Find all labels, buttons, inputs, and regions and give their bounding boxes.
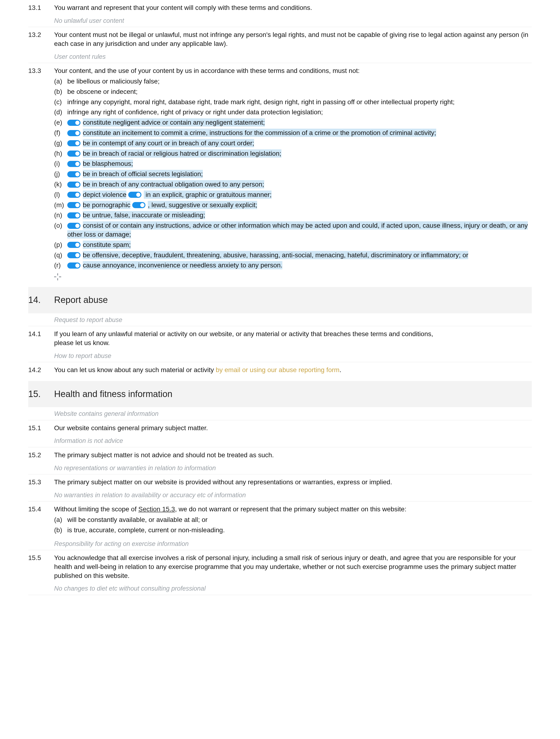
annotation-text: User content rules: [54, 52, 532, 61]
sub-clause-o: (o)consist of or contain any instruction…: [54, 220, 532, 240]
sub-clause-m: (m)be pornographic , lewd, suggestive or…: [54, 200, 532, 210]
annotation-13-2: User content rules: [28, 50, 532, 63]
sub-clause-q: (q)be offensive, deceptive, fraudulent, …: [54, 250, 532, 260]
annotation-13-1: No unlawful user content: [28, 14, 532, 27]
annotation-15-f: No changes to diet etc without consultin…: [28, 582, 532, 595]
clause-13-2: 13.2 Your content must not be illegal or…: [28, 27, 532, 50]
annotation-14-b: How to report abuse: [28, 349, 532, 362]
option-toggle[interactable]: [67, 192, 81, 198]
clause-15-3: 15.3The primary subject matter on our we…: [28, 474, 532, 488]
sub-clause-h: (h)be in breach of racial or religious h…: [54, 148, 532, 159]
sub-clause-e: (e)constitute negligent advice or contai…: [54, 117, 532, 128]
sub-clause-a: (a)be libellous or maliciously false;: [54, 76, 532, 87]
sub-clause-i: (i)be blasphemous;: [54, 159, 532, 169]
sub-clause-j: (j)be in breach of official secrets legi…: [54, 169, 532, 179]
section-15-header: 15. Health and fitness information: [28, 381, 532, 407]
sub-clause-b: (b)is true, accurate, complete, current …: [54, 525, 532, 535]
sub-clause-f: (f)constitute an incitement to commit a …: [54, 128, 532, 138]
option-toggle[interactable]: [67, 242, 81, 248]
clause-14-1: 14.1 If you learn of any unlawful materi…: [28, 326, 532, 349]
annotation-15-a: Website contains general information: [28, 407, 532, 420]
clause-number: 13.2: [28, 30, 54, 48]
sub-clause-b: (b)be obscene or indecent;: [54, 87, 532, 97]
option-toggle[interactable]: [67, 171, 81, 177]
clause-13-1: 13.1 You warrant and represent that your…: [28, 0, 532, 14]
option-toggle[interactable]: [132, 202, 145, 208]
clause-14-2: 14.2 You can let us know about any such …: [28, 362, 532, 376]
sub-clause-d: (d)infringe any right of confidence, rig…: [54, 107, 532, 117]
clause-number: 13.1: [28, 3, 54, 12]
annotation-15-e: Responsibility for acting on exercise in…: [28, 537, 532, 550]
option-toggle[interactable]: [67, 161, 81, 167]
option-toggle[interactable]: [128, 192, 141, 198]
clause-15-2: 15.2The primary subject matter is not ad…: [28, 447, 532, 461]
option-toggle[interactable]: [67, 130, 81, 136]
sub-clause-k: (k)be in breach of any contractual oblig…: [54, 179, 532, 189]
clause-intro: Your content, and the use of your conten…: [54, 66, 532, 75]
option-toggle[interactable]: [67, 181, 81, 188]
sub-clause-c: (c)infringe any copyright, moral right, …: [54, 97, 532, 107]
section-title: Report abuse: [54, 294, 108, 306]
sub-clause-a: (a)will be constantly available, or avai…: [54, 514, 532, 525]
option-toggle[interactable]: [67, 252, 81, 258]
clause-13-3: 13.3 Your content, and the use of your c…: [28, 63, 532, 282]
annotation-text: No unlawful user content: [54, 16, 532, 25]
option-toggle[interactable]: [67, 202, 81, 208]
abuse-form-link[interactable]: by email or using our abuse reporting fo…: [216, 366, 339, 374]
section-number: 14.: [28, 294, 54, 306]
annotation-15-c: No representations or warranties in rela…: [28, 461, 532, 474]
sub-clause-l: (l)depict violence in an explicit, graph…: [54, 189, 532, 200]
section-reference-link[interactable]: Section 15.3: [138, 505, 175, 513]
clause-15-4: 15.4 Without limiting the scope of Secti…: [28, 501, 532, 537]
annotation-15-d: No warranties in relation to availabilit…: [28, 488, 532, 501]
section-14-header: 14. Report abuse: [28, 287, 532, 313]
option-toggle[interactable]: [67, 263, 81, 269]
sub-clause-n: (n)be untrue, false, inaccurate or misle…: [54, 210, 532, 220]
clause-number: 13.3: [28, 66, 54, 280]
sub-clause-g: (g)be in contempt of any court or in bre…: [54, 138, 532, 148]
annotation-15-b: Information is not advice: [28, 434, 532, 447]
option-toggle[interactable]: [67, 120, 81, 126]
clause-text: You warrant and represent that your cont…: [54, 3, 532, 12]
clause-text: Your content must not be illegal or unla…: [54, 30, 532, 48]
option-toggle[interactable]: [67, 212, 81, 218]
option-toggle[interactable]: [67, 140, 81, 146]
target-icon[interactable]: [54, 273, 61, 280]
option-toggle[interactable]: [67, 223, 81, 229]
clause-15-5: 15.5You acknowledge that all exercise in…: [28, 550, 532, 582]
option-toggle[interactable]: [67, 151, 81, 157]
annotation-14-a: Request to report abuse: [28, 313, 532, 326]
sub-clause-r: (r)cause annoyance, inconvenience or nee…: [54, 260, 532, 271]
clause-15-1: 15.1Our website contains general primary…: [28, 420, 532, 434]
sub-clause-p: (p)constitute spam;: [54, 240, 532, 250]
